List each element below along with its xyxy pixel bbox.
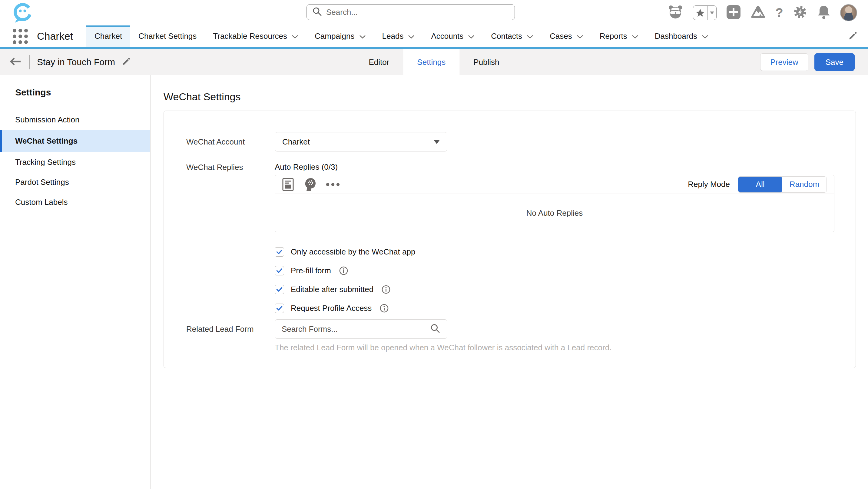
reply-mode-group: All Random — [738, 176, 827, 193]
favorites-dropdown-icon[interactable] — [707, 6, 716, 20]
related-lead-form-search[interactable] — [275, 319, 447, 339]
auto-replies-counter: Auto Replies (0/3) — [275, 161, 856, 173]
search-icon — [312, 7, 322, 18]
sidebar-item-tracking-settings[interactable]: Tracking Settings — [0, 152, 150, 172]
option-prefill-form: Pre-fill form — [275, 261, 856, 280]
sidebar-heading: Settings — [15, 87, 150, 97]
content-area: Settings Submission Action WeChat Settin… — [0, 75, 868, 489]
wechat-replies-label: WeChat Replies — [164, 161, 275, 232]
app-launcher-waffle-icon[interactable] — [13, 29, 28, 44]
option-request-profile-access: Request Profile Access — [275, 299, 856, 317]
info-icon[interactable] — [381, 285, 391, 294]
checkbox-prefill-form[interactable] — [275, 266, 284, 275]
tab-editor[interactable]: Editor — [355, 49, 403, 75]
divider — [29, 55, 30, 69]
reply-mode-random-button[interactable]: Random — [782, 177, 827, 192]
nav-tab-leads[interactable]: Leads — [374, 26, 423, 47]
related-lead-form-input[interactable] — [282, 325, 430, 334]
chevron-down-icon — [527, 31, 533, 41]
preview-button[interactable]: Preview — [760, 53, 808, 71]
page-actions: Preview Save — [760, 53, 855, 71]
global-search[interactable] — [307, 4, 515, 20]
einstein-assistant-icon[interactable] — [668, 5, 683, 20]
save-button[interactable]: Save — [814, 53, 855, 71]
sidebar-item-submission-action[interactable]: Submission Action — [0, 110, 150, 130]
global-header: ? — [0, 0, 868, 26]
back-arrow-icon[interactable] — [9, 57, 22, 67]
nav-tab-charket[interactable]: Charket — [86, 26, 130, 47]
more-ellipsis-icon[interactable] — [326, 183, 340, 186]
nav-tab-reports[interactable]: Reports — [591, 26, 647, 47]
wechat-replies-row: WeChat Replies Auto Replies (0/3) — [164, 161, 856, 232]
wechat-account-row: WeChat Account Charket — [164, 132, 856, 152]
auto-replies-toolbar: Reply Mode All Random — [275, 175, 834, 194]
options-row: Only accessible by the WeChat app Pre-fi… — [164, 242, 856, 317]
chevron-down-icon — [408, 31, 414, 41]
no-auto-replies-text: No Auto Replies — [275, 194, 834, 232]
header-actions: ? — [668, 0, 857, 26]
nav-tab-charket-settings[interactable]: Charket Settings — [130, 26, 205, 47]
checkbox-editable-after-submitted[interactable] — [275, 285, 284, 294]
chevron-down-icon — [632, 31, 639, 41]
nav-tabs: Charket Charket Settings Trackable Resou… — [86, 26, 717, 47]
app-name: Charket — [37, 30, 73, 42]
page-header-left: Stay in Touch Form — [9, 55, 131, 69]
favorites-control — [693, 5, 717, 20]
reply-mode-control: Reply Mode All Random — [688, 176, 827, 193]
tab-publish[interactable]: Publish — [460, 49, 513, 75]
wechat-account-value: Charket — [282, 137, 434, 147]
favorites-star-icon[interactable] — [693, 6, 707, 20]
related-lead-form-label: Related Lead Form — [164, 319, 275, 353]
wechat-account-label: WeChat Account — [164, 137, 275, 147]
info-icon[interactable] — [379, 304, 389, 313]
nav-tab-accounts[interactable]: Accounts — [423, 26, 483, 47]
settings-sidebar: Settings Submission Action WeChat Settin… — [0, 75, 151, 489]
article-reply-icon[interactable] — [282, 178, 294, 191]
page-title: Stay in Touch Form — [37, 57, 115, 67]
option-editable-after-submitted: Editable after submitted — [275, 280, 856, 299]
info-icon[interactable] — [339, 266, 348, 275]
nav-tab-trackable-resources[interactable]: Trackable Resources — [205, 26, 307, 47]
search-input[interactable] — [326, 7, 509, 17]
chevron-down-icon — [468, 31, 474, 41]
section-heading: WeChat Settings — [163, 91, 868, 103]
tab-settings[interactable]: Settings — [403, 49, 460, 75]
help-icon[interactable]: ? — [775, 6, 783, 19]
chevron-down-icon — [702, 31, 708, 41]
user-avatar[interactable] — [840, 4, 857, 21]
chevron-down-icon — [577, 31, 583, 41]
search-icon — [430, 323, 440, 335]
option-wechat-app-only: Only accessible by the WeChat app — [275, 242, 856, 261]
quick-add-plus-icon[interactable] — [726, 5, 741, 21]
trailhead-guidance-icon[interactable] — [750, 5, 766, 20]
ai-head-gear-icon[interactable] — [304, 178, 316, 191]
sidebar-item-pardot-settings[interactable]: Pardot Settings — [0, 172, 150, 192]
chevron-down-icon — [359, 31, 366, 41]
reply-mode-label: Reply Mode — [688, 180, 730, 189]
main-panel: WeChat Settings WeChat Account Charket W… — [151, 75, 868, 489]
page-header: Stay in Touch Form Editor Settings Publi… — [0, 49, 868, 75]
sidebar-item-custom-labels[interactable]: Custom Labels — [0, 192, 150, 212]
select-caret-icon — [434, 140, 440, 144]
form-builder-tabs: Editor Settings Publish — [355, 49, 513, 75]
related-lead-form-row: Related Lead Form The related Lead Form … — [164, 319, 856, 353]
checkbox-request-profile-access[interactable] — [275, 304, 284, 313]
charket-logo-icon — [11, 2, 34, 25]
edit-title-pencil-icon[interactable] — [122, 57, 131, 67]
nav-tab-contacts[interactable]: Contacts — [483, 26, 541, 47]
app-navigation-bar: Charket Charket Charket Settings Trackab… — [0, 26, 868, 49]
wechat-account-select[interactable]: Charket — [275, 132, 447, 152]
checkbox-wechat-app-only[interactable] — [275, 247, 284, 256]
wechat-settings-card: WeChat Account Charket WeChat Replies Au… — [163, 111, 856, 368]
chevron-down-icon — [292, 31, 298, 41]
related-lead-form-help-text: The related Lead Form will be opened whe… — [275, 343, 759, 353]
nav-tab-cases[interactable]: Cases — [541, 26, 591, 47]
notification-bell-icon[interactable] — [817, 5, 831, 21]
edit-navigation-pencil-icon[interactable] — [848, 31, 858, 42]
sidebar-item-wechat-settings[interactable]: WeChat Settings — [0, 130, 150, 152]
setup-gear-icon[interactable] — [793, 5, 807, 21]
auto-replies-box: Reply Mode All Random No Auto Replies — [275, 175, 834, 232]
reply-mode-all-button[interactable]: All — [738, 177, 782, 192]
nav-tab-dashboards[interactable]: Dashboards — [647, 26, 717, 47]
nav-tab-campaigns[interactable]: Campaigns — [307, 26, 374, 47]
